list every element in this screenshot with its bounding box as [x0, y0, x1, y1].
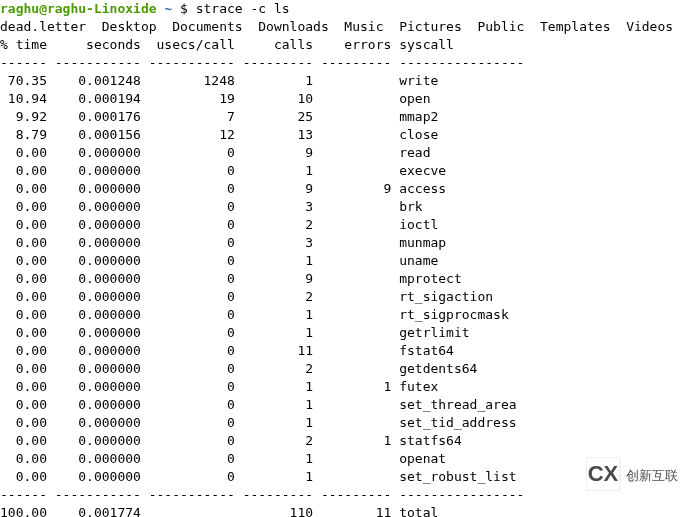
terminal-output[interactable]: raghu@raghu-Linoxide ~ $ strace -c ls de… [0, 0, 700, 517]
